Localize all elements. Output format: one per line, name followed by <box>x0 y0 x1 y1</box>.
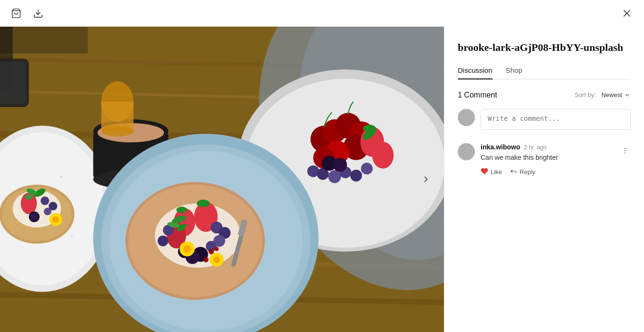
heart-icon <box>481 167 488 176</box>
tabs: Discussion Shop <box>458 66 631 79</box>
reply-button[interactable]: Reply <box>510 167 535 176</box>
tab-discussion[interactable]: Discussion <box>458 66 493 79</box>
svg-point-89 <box>158 235 169 246</box>
svg-point-57 <box>372 142 393 168</box>
svg-point-65 <box>333 158 347 172</box>
svg-point-34 <box>34 216 38 221</box>
sort-control[interactable]: Sort by: Newest <box>574 91 631 98</box>
tab-shop[interactable]: Shop <box>506 66 523 79</box>
comment-input-row <box>458 109 631 130</box>
next-arrow[interactable] <box>417 171 434 188</box>
svg-point-95 <box>203 257 209 262</box>
svg-point-45 <box>101 126 134 137</box>
comment-actions: Like Reply <box>481 167 614 176</box>
comment-meta: inka.wibowo 2 hr. ago <box>481 143 614 151</box>
svg-point-114 <box>624 152 625 153</box>
toolbar-left <box>10 7 45 20</box>
comment-item: inka.wibowo 2 hr. ago Can we make this b… <box>458 141 631 176</box>
svg-rect-109 <box>0 27 88 53</box>
svg-point-80 <box>176 206 187 213</box>
commenter-avatar <box>458 143 475 160</box>
comment-input[interactable] <box>481 109 631 130</box>
comment-more-button[interactable] <box>619 145 631 156</box>
svg-point-93 <box>209 249 214 254</box>
svg-point-30 <box>29 212 40 223</box>
svg-point-26 <box>25 195 33 200</box>
svg-point-112 <box>624 148 625 149</box>
reply-icon <box>510 167 517 176</box>
right-panel: brooke-lark-aGjP08-HbYY-unsplash Discuss… <box>444 27 644 332</box>
svg-point-63 <box>361 163 373 175</box>
svg-point-19 <box>60 176 61 177</box>
sort-value: Newest <box>602 91 622 98</box>
like-label: Like <box>491 168 502 176</box>
svg-point-27 <box>40 196 49 205</box>
main-content: brooke-lark-aGjP08-HbYY-unsplash Discuss… <box>0 27 644 332</box>
comment-time: 2 hr. ago <box>524 144 546 151</box>
image-area <box>0 27 444 332</box>
svg-point-82 <box>197 200 210 207</box>
comments-header: 1 Comment Sort by: Newest <box>458 91 631 99</box>
comment-author: inka.wibowo <box>481 143 520 151</box>
current-user-avatar <box>458 109 475 126</box>
svg-point-100 <box>213 256 220 263</box>
photo-title: brooke-lark-aGjP08-HbYY-unsplash <box>458 41 631 55</box>
svg-point-36 <box>52 216 59 223</box>
sort-label: Sort by: <box>574 91 596 98</box>
svg-point-113 <box>624 150 625 151</box>
svg-point-60 <box>328 170 341 183</box>
comment-body: inka.wibowo 2 hr. ago Can we make this b… <box>481 143 614 176</box>
svg-point-29 <box>44 208 51 215</box>
svg-point-98 <box>183 245 191 253</box>
comment-text: Can we make this brighter <box>481 153 614 163</box>
svg-point-94 <box>214 247 219 251</box>
close-button[interactable] <box>619 6 634 21</box>
svg-point-21 <box>71 235 72 236</box>
download-button[interactable] <box>31 7 45 20</box>
toolbar <box>0 0 644 27</box>
like-button[interactable]: Like <box>481 167 502 176</box>
shopping-bag-button[interactable] <box>10 7 23 20</box>
food-image <box>0 27 444 332</box>
chevron-down-icon <box>624 92 631 98</box>
svg-point-62 <box>350 170 362 182</box>
svg-rect-111 <box>0 61 26 104</box>
reply-label: Reply <box>520 168 535 176</box>
comments-count: 1 Comment <box>458 91 497 99</box>
